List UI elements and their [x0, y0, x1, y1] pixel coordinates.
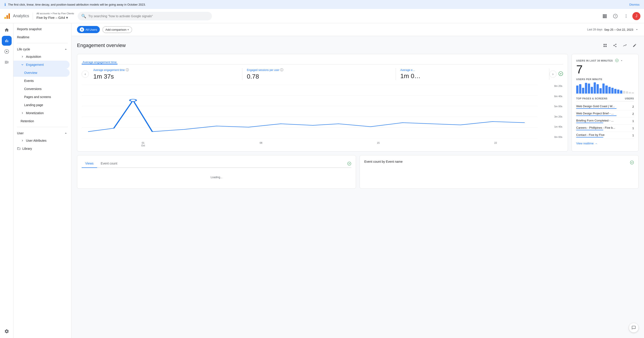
table-view-button[interactable]	[601, 42, 609, 50]
user-section-header[interactable]: User	[14, 129, 72, 136]
date-range[interactable]: Last 28 days Sep 25 – Oct 22, 2023	[587, 28, 639, 31]
top-page-bar-3	[576, 130, 603, 130]
mini-bar-12	[611, 88, 614, 94]
sidebar-item-realtime[interactable]: Realtime	[14, 33, 70, 41]
svg-point-16	[626, 17, 626, 18]
dismiss-button[interactable]: Dismiss	[630, 3, 640, 6]
metric-help-0[interactable]: ⓘ	[126, 68, 129, 72]
mini-bar-17	[626, 91, 628, 94]
library-label: Library	[22, 147, 32, 150]
tab-event-count[interactable]: Event count	[97, 160, 121, 168]
add-comparison-button[interactable]: Add comparison +	[102, 26, 132, 33]
rail-reports[interactable]	[2, 36, 12, 46]
logo-area: Analytics	[4, 12, 29, 20]
rail-advertising[interactable]	[2, 57, 12, 67]
page-area: Engagement overview	[72, 36, 644, 194]
mini-bar-3	[585, 83, 587, 94]
users-per-minute-chart	[576, 82, 634, 94]
metrics-prev-button[interactable]: ‹	[82, 70, 89, 78]
mini-bar-16	[623, 91, 625, 94]
user-attributes-label: User Attributes	[26, 139, 46, 142]
header-divider	[33, 12, 33, 20]
feedback-button[interactable]	[629, 323, 639, 333]
feedback-icon	[632, 326, 636, 330]
realtime-users-label: USERS IN LAST 30 MINUTES	[576, 59, 634, 63]
y-label-0: 8m 20s	[554, 84, 562, 87]
user-attributes-expand-icon	[20, 139, 24, 142]
share-button[interactable]	[611, 42, 619, 50]
all-users-segment[interactable]: A All Users	[77, 26, 100, 33]
x-label-3: 22	[494, 142, 497, 147]
sidebar-item-library[interactable]: Library	[14, 144, 70, 153]
mini-bar-19	[632, 92, 634, 94]
sidebar-item-landing-page[interactable]: Landing page	[14, 101, 70, 109]
tab-views[interactable]: Views	[82, 160, 97, 168]
avatar[interactable]: J	[632, 12, 640, 20]
rail-settings[interactable]	[2, 326, 12, 336]
svg-rect-10	[604, 17, 605, 18]
metric-engaged-sessions: Engaged sessions per user ⓘ 0.78	[242, 68, 396, 80]
metric-help-1[interactable]: ⓘ	[280, 68, 283, 72]
metrics-next-button[interactable]: ›	[549, 70, 556, 78]
svg-rect-7	[604, 16, 605, 17]
add-icon: +	[127, 28, 129, 31]
sidebar-item-engagement[interactable]: Engagement	[14, 61, 70, 69]
help-icon: ?	[613, 14, 618, 18]
header-actions: ? J	[600, 12, 640, 20]
sidebar-item-conversions[interactable]: Conversions	[14, 85, 70, 93]
top-pages-header: TOP PAGES & SCREENS USERS	[576, 97, 634, 102]
top-page-name-1: Web Design Project Brief - ...	[576, 112, 621, 115]
more-options-button[interactable]	[622, 12, 630, 20]
rail-home[interactable]	[2, 25, 12, 35]
help-button[interactable]: ?	[611, 12, 620, 20]
top-page-row-4[interactable]: Contact - Five by Five 1	[576, 132, 634, 139]
mini-bar-0	[576, 86, 578, 94]
sidebar-item-monetization[interactable]: Monetization	[14, 109, 70, 117]
sidebar-item-overview[interactable]: Overview	[14, 69, 70, 77]
lifecycle-section-header[interactable]: Life cycle	[14, 45, 72, 52]
analytics-logo	[4, 12, 11, 20]
main-content: A All Users Add comparison + Last 28 day…	[72, 23, 644, 338]
date-label: Last 28 days	[587, 28, 602, 31]
search-icon: 🔍	[81, 14, 86, 18]
property-selector[interactable]: Five by Five – GA4 ▾	[36, 15, 74, 20]
realtime-dropdown-icon[interactable]	[620, 59, 623, 62]
mini-bar-15	[620, 90, 622, 94]
pages-and-screens-label: Pages and screens	[24, 95, 51, 99]
top-page-row-0[interactable]: Web Design Gold Coast | W... 2	[576, 103, 634, 110]
apps-button[interactable]	[600, 12, 609, 20]
y-label-2: 5m 00s	[554, 105, 562, 108]
engagement-collapse-icon	[20, 63, 24, 66]
sidebar-item-retention[interactable]: Retention	[14, 117, 70, 125]
sidebar-item-acquisition[interactable]: Acquisition	[14, 52, 70, 61]
metrics-strip: ‹ Average engagement time ⓘ 1m 37s Engag…	[82, 68, 563, 80]
y-label-3: 3m 20s	[554, 115, 562, 118]
search-bar[interactable]: 🔍	[78, 12, 212, 20]
sidebar-item-events[interactable]: Events	[14, 77, 70, 85]
trending-button[interactable]	[621, 42, 629, 50]
top-page-row-1[interactable]: Web Design Project Brief - ... 2	[576, 110, 634, 118]
content-toolbar: A All Users Add comparison + Last 28 day…	[72, 23, 644, 36]
metrics-check-icon	[558, 71, 563, 77]
table-icon	[603, 44, 607, 48]
realtime-label: Realtime	[17, 35, 29, 39]
top-page-row-3[interactable]: Careers - Phillipines - Five b... 1	[576, 125, 634, 132]
sidebar-item-pages-and-screens[interactable]: Pages and screens	[14, 93, 70, 101]
svg-rect-4	[604, 14, 605, 16]
date-dropdown-icon	[635, 28, 639, 31]
svg-point-14	[626, 14, 626, 15]
property-name: Five by Five – GA4	[36, 16, 65, 20]
acquisition-expand-icon	[20, 55, 24, 58]
sidebar-item-user-attributes[interactable]: User Attributes	[14, 136, 70, 144]
edit-button[interactable]	[630, 42, 639, 50]
search-input[interactable]	[88, 14, 208, 18]
mini-bar-13	[614, 89, 616, 94]
top-page-row-2[interactable]: Briefing Form Completed - ... 1	[576, 118, 634, 125]
home-icon	[4, 28, 9, 32]
engagement-tab-active[interactable]: Average engagement time	[82, 59, 118, 64]
rail-explore[interactable]	[2, 46, 12, 56]
feedback-area	[629, 323, 639, 333]
view-realtime-link[interactable]: View realtime →	[576, 142, 634, 145]
sidebar-item-reports-snapshot[interactable]: Reports snapshot	[14, 25, 70, 33]
acquisition-label: Acquisition	[26, 55, 41, 58]
